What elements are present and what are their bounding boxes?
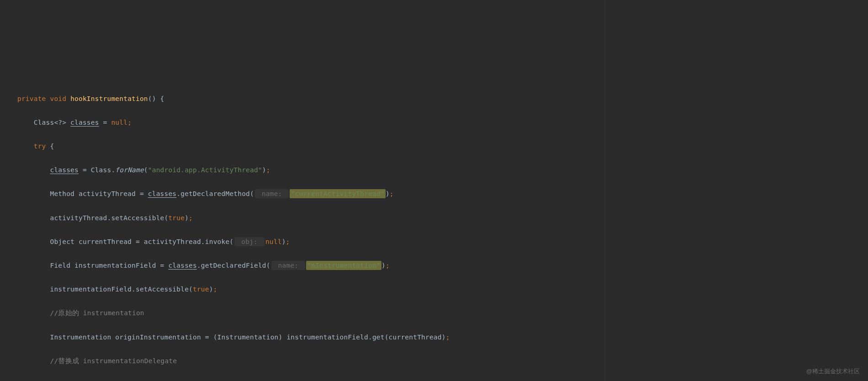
method-call: .getDeclaredMethod(	[176, 190, 254, 197]
type: Class<?>	[34, 119, 70, 126]
variable: classes	[70, 119, 99, 126]
comment: //原始的 instrumentation	[50, 309, 144, 317]
paren: )	[262, 166, 266, 174]
semicolon: ;	[127, 119, 132, 126]
text: Instrumentation originInstrumentation = …	[50, 333, 445, 341]
variable: classes	[148, 190, 177, 197]
comment: //替换成 instrumentationDelegate	[50, 357, 177, 365]
semicolon: ;	[189, 214, 193, 222]
code-line: Class<?> classes = null;	[17, 116, 868, 128]
code-line: Field instrumentationField = classes.get…	[17, 259, 868, 271]
paren: (	[144, 166, 148, 174]
param-hint: name:	[271, 261, 306, 270]
code-line: //原始的 instrumentation	[17, 307, 868, 319]
code-line: Instrumentation originInstrumentation = …	[17, 331, 868, 343]
code-line: try {	[17, 140, 868, 152]
static-method: forName	[115, 166, 144, 174]
text: Method activityThread =	[50, 190, 148, 197]
brace: {	[46, 143, 54, 150]
assign: =	[99, 119, 111, 126]
watermark: @稀土掘金技术社区	[806, 366, 860, 376]
variable: classes	[168, 262, 197, 269]
paren: )	[386, 190, 390, 197]
keyword-try: try	[34, 143, 46, 150]
semicolon: ;	[286, 238, 290, 245]
string-literal: "android.app.ActivityThread"	[148, 166, 262, 174]
code-line: private void hookInstrumentation() {	[17, 93, 868, 105]
code-editor[interactable]: private void hookInstrumentation() { Cla…	[0, 81, 868, 381]
text: activityThread.setAccessible(	[50, 214, 168, 222]
keyword-null: null	[111, 119, 127, 126]
code-line: classes = Class.forName("android.app.Act…	[17, 164, 868, 176]
keyword-true: true	[168, 214, 185, 222]
text: = Class.	[79, 166, 115, 174]
method-call: .getDeclaredField(	[197, 262, 270, 269]
semicolon: ;	[446, 333, 450, 341]
code-line: activityThread.setAccessible(true);	[17, 212, 868, 224]
paren: )	[381, 262, 386, 269]
paren: )	[185, 214, 189, 222]
paren: )	[209, 286, 213, 293]
semicolon: ;	[390, 190, 394, 197]
right-margin-ruler	[605, 0, 605, 381]
text: Object currentThread = activityThread.in…	[50, 238, 233, 245]
code-line: instrumentationField.setAccessible(true)…	[17, 283, 868, 295]
code-line: Method activityThread = classes.getDecla…	[17, 188, 868, 200]
param-hint: name:	[255, 189, 289, 198]
string-highlighted: "currentActivityThread"	[290, 189, 385, 198]
semicolon: ;	[266, 166, 270, 174]
keyword-void: void	[50, 95, 66, 102]
keyword-null: null	[265, 238, 282, 245]
string-highlighted: "mInstrumentation"	[306, 261, 381, 270]
variable: classes	[50, 166, 79, 174]
keyword-true: true	[193, 286, 209, 293]
keyword-private: private	[17, 95, 46, 102]
paren: )	[282, 238, 286, 245]
code-line: InstrumentationDelegate instrumentationD…	[17, 379, 868, 381]
semicolon: ;	[386, 262, 390, 269]
text: Field instrumentationField =	[50, 262, 168, 269]
semicolon: ;	[213, 286, 217, 293]
code-line: //替换成 instrumentationDelegate	[17, 355, 868, 367]
param-hint: obj:	[234, 237, 265, 246]
text: instrumentationField.setAccessible(	[50, 286, 193, 293]
code-line: Object currentThread = activityThread.in…	[17, 236, 868, 248]
method-name: hookInstrumentation	[70, 95, 148, 102]
punct: () {	[148, 95, 164, 102]
